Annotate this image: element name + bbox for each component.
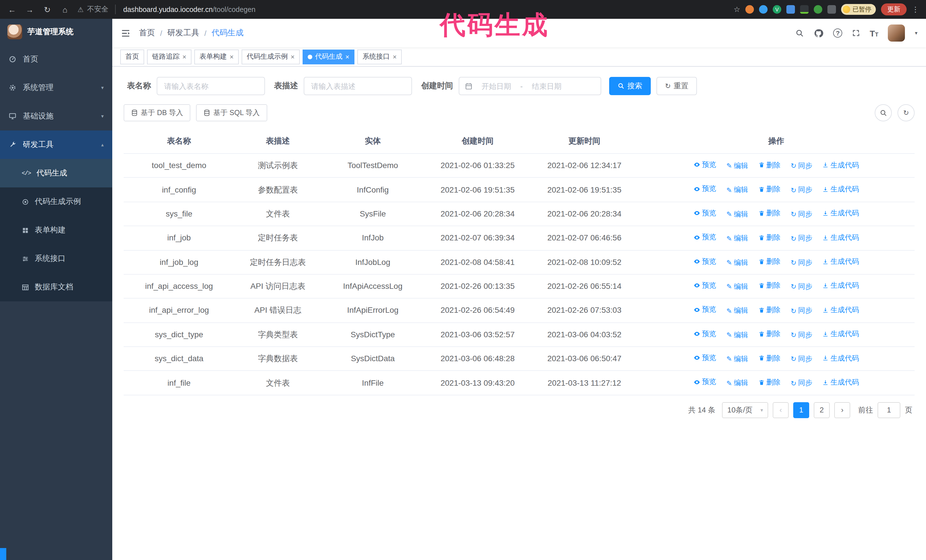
date-range-picker[interactable]: - <box>459 77 601 95</box>
next-page-button[interactable]: › <box>834 402 850 418</box>
sidebar-item-home[interactable]: 首页 <box>0 45 112 74</box>
edit-link[interactable]: ✎ 编辑 <box>726 329 748 340</box>
update-button[interactable]: 更新 <box>881 3 906 15</box>
sync-link[interactable]: ↻ 同步 <box>791 257 812 268</box>
user-avatar[interactable] <box>888 24 905 42</box>
sync-link[interactable]: ↻ 同步 <box>791 281 812 292</box>
search-button[interactable]: 搜索 <box>609 77 651 95</box>
avatar-caret-icon[interactable]: ▾ <box>915 30 917 36</box>
sidebar-item-db-doc[interactable]: 数据库文档 <box>0 273 112 301</box>
refresh-table-button[interactable]: ↻ <box>897 104 915 121</box>
puzzle-extensions-icon[interactable] <box>828 5 836 14</box>
extension-icon[interactable] <box>800 5 809 14</box>
edit-link[interactable]: ✎ 编辑 <box>726 209 748 220</box>
generate-code-link[interactable]: 生成代码 <box>823 208 859 219</box>
url-bar[interactable]: dashboard.yudao.iocoder.cn/tool/codegen <box>123 5 256 14</box>
sync-link[interactable]: ↻ 同步 <box>791 354 812 365</box>
generate-code-link[interactable]: 生成代码 <box>823 281 859 291</box>
sync-link[interactable]: ↻ 同步 <box>791 161 812 172</box>
tab-tracing[interactable]: 链路追踪× <box>147 49 191 64</box>
extension-icon[interactable] <box>814 5 822 14</box>
edit-link[interactable]: ✎ 编辑 <box>726 354 748 365</box>
edit-link[interactable]: ✎ 编辑 <box>726 233 748 244</box>
start-date-input[interactable] <box>475 82 518 90</box>
prev-page-button[interactable]: ‹ <box>773 402 789 418</box>
preview-link[interactable]: 预览 <box>693 353 716 364</box>
search-icon[interactable] <box>796 29 804 37</box>
edit-link[interactable]: ✎ 编辑 <box>726 185 748 196</box>
extension-icon[interactable] <box>787 5 795 14</box>
delete-link[interactable]: 删除 <box>758 305 781 315</box>
close-icon[interactable]: × <box>291 53 295 61</box>
tab-system-api[interactable]: 系统接口× <box>357 49 402 64</box>
sync-link[interactable]: ↻ 同步 <box>791 378 812 389</box>
delete-link[interactable]: 删除 <box>758 232 781 243</box>
edit-link[interactable]: ✎ 编辑 <box>726 378 748 389</box>
page-button-1[interactable]: 1 <box>793 402 809 418</box>
tab-home[interactable]: 首页 <box>120 49 144 64</box>
preview-link[interactable]: 预览 <box>693 305 716 315</box>
extension-icon[interactable] <box>745 5 754 14</box>
sidebar-item-form-builder[interactable]: 表单构建 <box>0 216 112 245</box>
tab-codegen[interactable]: 代码生成× <box>303 49 354 64</box>
sidebar-item-system-management[interactable]: 系统管理 ▾ <box>0 74 112 102</box>
generate-code-link[interactable]: 生成代码 <box>823 257 859 267</box>
preview-link[interactable]: 预览 <box>693 232 716 243</box>
sync-link[interactable]: ↻ 同步 <box>791 329 812 340</box>
sync-link[interactable]: ↻ 同步 <box>791 185 812 196</box>
generate-code-link[interactable]: 生成代码 <box>823 305 859 315</box>
delete-link[interactable]: 删除 <box>758 160 781 171</box>
generate-code-link[interactable]: 生成代码 <box>823 377 859 388</box>
hide-search-button[interactable] <box>875 104 892 121</box>
delete-link[interactable]: 删除 <box>758 281 781 291</box>
sidebar-item-dev-tools[interactable]: 研发工具 ▴ <box>0 130 112 159</box>
edit-link[interactable]: ✎ 编辑 <box>726 161 748 172</box>
home-icon[interactable]: ⌂ <box>60 5 70 14</box>
reset-button[interactable]: ↻ 重置 <box>657 77 697 95</box>
edit-link[interactable]: ✎ 编辑 <box>726 306 748 317</box>
end-date-input[interactable] <box>525 82 569 90</box>
breadcrumb-dev-tools[interactable]: 研发工具 <box>167 28 199 38</box>
preview-link[interactable]: 预览 <box>693 208 716 219</box>
bookmark-star-icon[interactable]: ☆ <box>734 5 740 14</box>
close-icon[interactable]: × <box>182 53 186 61</box>
close-icon[interactable]: × <box>345 53 349 61</box>
table-desc-input[interactable] <box>304 77 412 95</box>
sync-link[interactable]: ↻ 同步 <box>791 233 812 244</box>
github-icon[interactable] <box>814 28 823 38</box>
delete-link[interactable]: 删除 <box>758 208 781 219</box>
paused-badge[interactable]: 已暂停 <box>841 4 876 15</box>
import-db-button[interactable]: 基于 DB 导入 <box>124 104 191 121</box>
tab-codegen-example[interactable]: 代码生成示例× <box>242 49 300 64</box>
generate-code-link[interactable]: 生成代码 <box>823 353 859 364</box>
edit-link[interactable]: ✎ 编辑 <box>726 257 748 268</box>
security-chip[interactable]: ⚠ 不安全 <box>77 5 116 14</box>
breadcrumb-home[interactable]: 首页 <box>139 28 155 38</box>
extension-icon[interactable] <box>759 5 767 14</box>
help-icon[interactable]: ? <box>833 29 842 38</box>
generate-code-link[interactable]: 生成代码 <box>823 160 859 171</box>
generate-code-link[interactable]: 生成代码 <box>823 232 859 243</box>
close-icon[interactable]: × <box>393 53 396 61</box>
delete-link[interactable]: 删除 <box>758 329 781 340</box>
sync-link[interactable]: ↻ 同步 <box>791 209 812 220</box>
preview-link[interactable]: 预览 <box>693 280 716 291</box>
preview-link[interactable]: 预览 <box>693 184 716 195</box>
generate-code-link[interactable]: 生成代码 <box>823 184 859 195</box>
sidebar-item-system-api[interactable]: 系统接口 <box>0 245 112 273</box>
goto-page-input[interactable] <box>878 402 900 418</box>
delete-link[interactable]: 删除 <box>758 257 781 267</box>
reload-icon[interactable]: ↻ <box>42 5 53 14</box>
generate-code-link[interactable]: 生成代码 <box>823 329 859 340</box>
fullscreen-icon[interactable] <box>852 29 860 37</box>
extension-icon[interactable]: V <box>773 5 781 14</box>
sidebar-item-infrastructure[interactable]: 基础设施 ▾ <box>0 102 112 130</box>
sync-link[interactable]: ↻ 同步 <box>791 306 812 317</box>
preview-link[interactable]: 预览 <box>693 160 716 171</box>
tab-form-builder[interactable]: 表单构建× <box>194 49 239 64</box>
sidebar-item-codegen-example[interactable]: 代码生成示例 <box>0 187 112 216</box>
preview-link[interactable]: 预览 <box>693 256 716 267</box>
forward-icon[interactable]: → <box>24 5 35 14</box>
back-icon[interactable]: ← <box>7 5 17 14</box>
delete-link[interactable]: 删除 <box>758 377 781 388</box>
